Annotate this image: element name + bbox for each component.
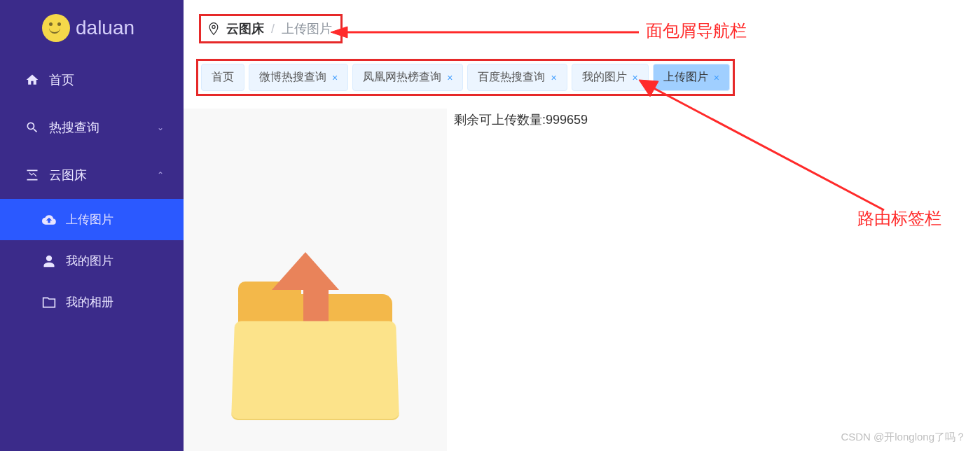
close-icon[interactable]: × (447, 72, 453, 83)
breadcrumb[interactable]: 云图床 / 上传图片 (226, 20, 332, 37)
folder-icon (42, 296, 56, 310)
home-icon (25, 73, 39, 87)
sidebar: daluan 首页 热搜查询 ⌄ 云图床 ⌃ 上传图片 我的图片 我的相册 (0, 0, 184, 451)
sidebar-item-label: 热搜查询 (49, 119, 99, 136)
sidebar-item-label: 云图床 (49, 167, 87, 183)
breadcrumb-highlight: 云图床 / 上传图片 (199, 14, 343, 43)
breadcrumb-separator: / (271, 22, 275, 36)
svg-line-3 (646, 84, 884, 210)
submenu-item-label: 我的相册 (66, 294, 113, 310)
tab-label: 凤凰网热榜查询 (363, 70, 441, 85)
quota-prefix: 剩余可上传数量: (454, 113, 546, 127)
sidebar-item-cloudbed[interactable]: 云图床 ⌃ (0, 151, 184, 199)
annotation-arrow-1 (331, 24, 646, 45)
logo-icon (42, 14, 70, 42)
person-icon (42, 254, 56, 268)
tab-label: 微博热搜查询 (259, 70, 326, 85)
sidebar-item-home[interactable]: 首页 (0, 56, 184, 104)
breadcrumb-first[interactable]: 云图床 (226, 20, 264, 37)
tab-label: 首页 (212, 70, 234, 85)
chevron-up-icon: ⌃ (157, 170, 164, 180)
breadcrumb-last[interactable]: 上传图片 (282, 20, 332, 37)
upload-illustration (224, 273, 406, 427)
main-area: 云图床 / 上传图片 首页微博热搜查询×凤凰网热榜查询×百度热搜查询×我的图片×… (184, 0, 980, 451)
quota-value: 999659 (546, 113, 588, 127)
submenu-item-upload[interactable]: 上传图片 (0, 199, 184, 240)
sidebar-item-hotsearch[interactable]: 热搜查询 ⌄ (0, 104, 184, 151)
chart-icon (25, 168, 39, 182)
sidebar-item-label: 首页 (49, 71, 74, 88)
route-tab[interactable]: 凤凰网热榜查询× (352, 64, 463, 91)
submenu-item-myalbums[interactable]: 我的相册 (0, 282, 184, 323)
watermark: CSDN @开longlong了吗？ (841, 431, 966, 444)
tab-label: 我的图片 (582, 70, 627, 85)
upload-hint-text: 点击选择上传的图片文件，或将图片文件拖拽到 (189, 448, 441, 451)
submenu-item-label: 我的图片 (66, 253, 113, 269)
tab-label: 百度热搜查询 (478, 70, 545, 85)
location-icon (207, 22, 221, 36)
submenu-item-myimages[interactable]: 我的图片 (0, 240, 184, 282)
submenu-item-label: 上传图片 (66, 211, 113, 228)
close-icon[interactable]: × (551, 72, 556, 83)
route-tab[interactable]: 首页 (201, 64, 244, 91)
annotation-breadcrumb-label: 面包屑导航栏 (646, 20, 747, 42)
close-icon[interactable]: × (332, 72, 338, 83)
logo-row: daluan (0, 0, 184, 56)
annotation-arrow-2 (632, 77, 898, 217)
upload-panel[interactable]: 点击选择上传的图片文件，或将图片文件拖拽到 (184, 109, 447, 451)
brand-name: daluan (76, 17, 134, 39)
svg-point-0 (212, 25, 215, 28)
svg-marker-2 (331, 27, 347, 38)
chevron-down-icon: ⌄ (157, 123, 164, 132)
route-tab[interactable]: 微博热搜查询× (249, 64, 348, 91)
route-tab[interactable]: 百度热搜查询× (467, 64, 567, 91)
cloud-upload-icon (42, 213, 56, 227)
search-icon (25, 120, 39, 134)
